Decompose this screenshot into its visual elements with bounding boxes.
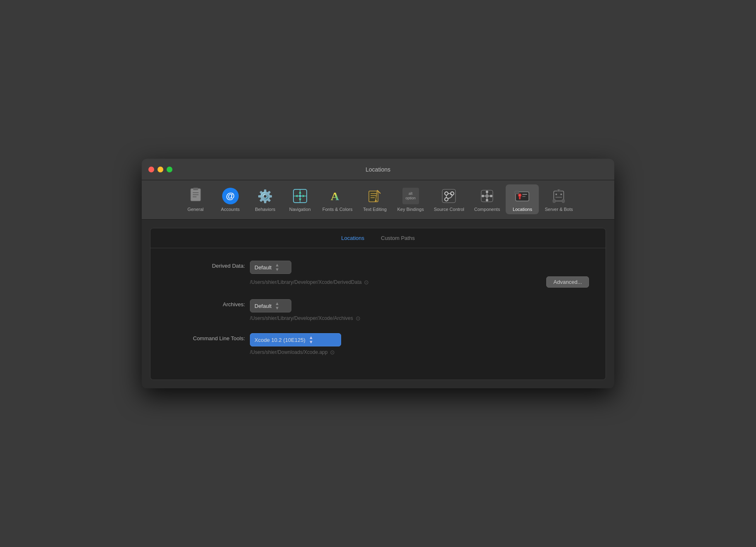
command-line-dropdown-arrows-icon: ▲ ▼ (309, 335, 313, 344)
svg-rect-37 (522, 196, 526, 197)
svg-point-27 (485, 194, 489, 198)
server-bots-icon (550, 187, 568, 205)
command-line-tools-label: Command Line Tools: (167, 333, 250, 341)
archives-path-arrow-icon: ⊙ (356, 315, 361, 322)
command-line-tools-inline: Xcode 10.2 (10E125) ▲ ▼ (250, 333, 589, 346)
main-window: Locations General @ Accounts (142, 159, 614, 388)
navigation-label: Navigation (289, 207, 311, 212)
archives-dropdown-arrows-icon: ▲ ▼ (275, 301, 279, 310)
content-area: Locations Custom Paths Derived Data: Def… (142, 220, 614, 388)
traffic-lights (148, 167, 172, 172)
svg-rect-35 (519, 196, 521, 199)
navigation-icon (291, 187, 309, 205)
key-bindings-label: Key Bindings (397, 207, 424, 212)
command-line-tools-dropdown[interactable]: Xcode 10.2 (10E125) ▲ ▼ (250, 333, 341, 346)
derived-data-path: /Users/shier/Library/Developer/Xcode/Der… (250, 279, 369, 286)
command-line-tools-controls: Xcode 10.2 (10E125) ▲ ▼ /Users/shier/Dow… (250, 333, 589, 356)
toolbar-item-general[interactable]: General (179, 184, 212, 214)
svg-rect-45 (553, 199, 555, 203)
svg-point-31 (490, 195, 492, 197)
toolbar-item-behaviors[interactable]: ⚙️ Behaviors (249, 184, 282, 214)
svg-rect-42 (555, 197, 562, 198)
server-bots-label: Server & Bots (545, 207, 573, 212)
locations-label: Locations (513, 207, 532, 212)
svg-point-30 (482, 195, 484, 197)
key-bindings-icon: alt option (402, 187, 420, 205)
archives-label: Archives: (167, 299, 250, 307)
derived-data-label: Derived Data: (167, 261, 250, 269)
toolbar: General @ Accounts ⚙️ Behaviors (142, 180, 614, 220)
svg-rect-36 (522, 194, 527, 195)
archives-dropdown[interactable]: Default ▲ ▼ (250, 299, 291, 312)
settings-panel: Locations Custom Paths Derived Data: Def… (150, 228, 606, 380)
components-label: Components (474, 207, 500, 212)
archives-row: Archives: Default ▲ ▼ (167, 299, 589, 322)
toolbar-item-accounts[interactable]: @ Accounts (214, 184, 247, 214)
locations-icon (513, 187, 531, 205)
svg-marker-9 (299, 198, 301, 201)
svg-point-41 (560, 194, 562, 195)
svg-marker-10 (295, 195, 298, 197)
text-editing-icon (366, 187, 384, 205)
behaviors-label: Behaviors (255, 207, 275, 212)
toolbar-item-fonts-colors[interactable]: A Fonts & Colors (318, 184, 357, 214)
fonts-colors-icon: A (328, 187, 346, 205)
fonts-colors-label: Fonts & Colors (322, 207, 353, 212)
components-icon (478, 187, 496, 205)
derived-data-row: Derived Data: Default ▲ ▼ (167, 261, 589, 288)
at-icon: @ (222, 188, 239, 204)
general-label: General (187, 207, 204, 212)
behaviors-icon: ⚙️ (256, 187, 274, 205)
toolbar-item-locations[interactable]: Locations (506, 184, 539, 214)
svg-rect-1 (193, 188, 198, 190)
svg-point-34 (519, 194, 521, 196)
svg-point-12 (299, 195, 301, 197)
svg-point-29 (486, 199, 488, 201)
command-line-path-arrow-icon: ⊙ (330, 349, 335, 356)
archives-inline: Default ▲ ▼ (250, 299, 589, 312)
toolbar-item-key-bindings[interactable]: alt option Key Bindings (393, 184, 428, 214)
svg-point-28 (486, 191, 488, 193)
derived-data-inline: Default ▲ ▼ (250, 261, 589, 274)
tab-bar: Locations Custom Paths (150, 228, 606, 248)
path-arrow-icon: ⊙ (364, 279, 369, 286)
general-icon (187, 187, 205, 205)
svg-point-40 (555, 194, 557, 195)
minimize-button[interactable] (158, 167, 163, 172)
close-button[interactable] (148, 167, 154, 172)
svg-text:A: A (331, 190, 339, 203)
svg-marker-11 (303, 195, 305, 197)
source-control-icon (440, 187, 458, 205)
accounts-label: Accounts (221, 207, 240, 212)
window-title: Locations (366, 166, 390, 173)
dropdown-arrows-icon: ▲ ▼ (275, 263, 279, 272)
toolbar-item-components[interactable]: Components (470, 184, 504, 214)
command-line-tools-path: /Users/shier/Downloads/Xcode.app ⊙ (250, 349, 589, 356)
svg-marker-8 (299, 191, 301, 194)
archives-path: /Users/shier/Library/Developer/Xcode/Arc… (250, 315, 589, 322)
svg-rect-38 (515, 191, 519, 194)
tab-locations[interactable]: Locations (333, 233, 373, 243)
accounts-icon: @ (221, 187, 240, 205)
derived-data-dropdown[interactable]: Default ▲ ▼ (250, 261, 291, 274)
svg-rect-46 (562, 199, 565, 203)
toolbar-item-server-bots[interactable]: Server & Bots (540, 184, 577, 214)
svg-rect-21 (442, 189, 456, 203)
toolbar-item-navigation[interactable]: Navigation (284, 184, 317, 214)
source-control-label: Source Control (434, 207, 464, 212)
maximize-button[interactable] (167, 167, 172, 172)
derived-data-path-row: /Users/shier/Library/Developer/Xcode/Der… (250, 276, 589, 288)
archives-controls: Default ▲ ▼ /Users/shier/Library/Develop… (250, 299, 589, 322)
toolbar-item-source-control[interactable]: Source Control (430, 184, 468, 214)
advanced-button[interactable]: Advanced... (546, 276, 589, 288)
derived-data-controls: Default ▲ ▼ /Users/shier/Library/Develop… (250, 261, 589, 288)
command-line-tools-row: Command Line Tools: Xcode 10.2 (10E125) … (167, 333, 589, 356)
panel-content: Derived Data: Default ▲ ▼ (150, 248, 606, 380)
toolbar-item-text-editing[interactable]: Text Editing (358, 184, 391, 214)
text-editing-label: Text Editing (363, 207, 387, 212)
titlebar: Locations (142, 159, 614, 180)
tab-custom-paths[interactable]: Custom Paths (373, 233, 423, 243)
